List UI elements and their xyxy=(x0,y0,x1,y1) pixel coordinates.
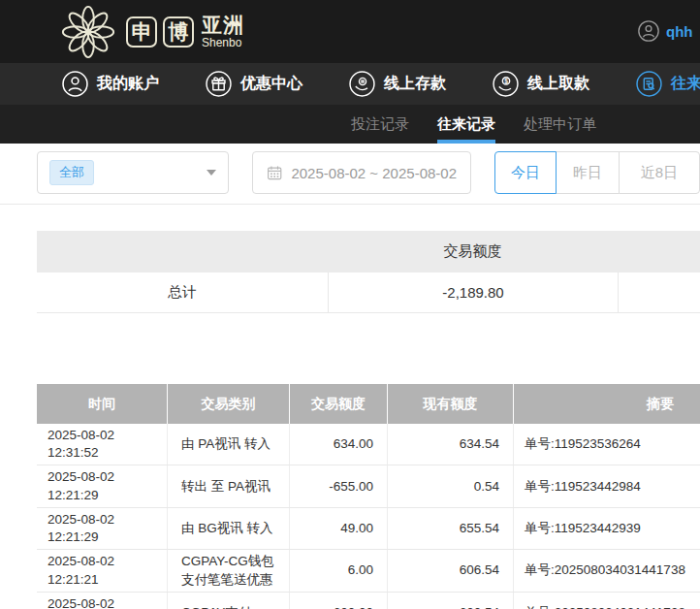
section-divider xyxy=(0,204,700,205)
summary-header-empty2 xyxy=(618,231,700,272)
cell-amount: 634.00 xyxy=(290,424,388,465)
cell-type: CGPAY-CG钱包支付笔笔送优惠 xyxy=(168,550,290,591)
cell-type: 由 PA视讯 转入 xyxy=(168,424,290,465)
cell-amount: -655.00 xyxy=(290,465,388,506)
col-header-amount: 交易额度 xyxy=(290,384,388,424)
deposit-icon xyxy=(349,71,375,97)
logo-char-bo: 博 xyxy=(163,16,194,48)
table-row: 2025-08-02 12:31:52由 PA视讯 转入634.00634.54… xyxy=(37,424,700,465)
table-header-row: 时间 交易类别 交易额度 现有额度 摘要 xyxy=(37,384,700,424)
cell-balance: 600.54 xyxy=(388,593,514,609)
cell-time: 2025-08-02 12:31:52 xyxy=(37,424,168,465)
logo-subtitle: Shenbo xyxy=(202,37,244,48)
type-select[interactable]: 全部 xyxy=(37,151,229,194)
nav-item-transactions[interactable]: 往来记录 xyxy=(636,71,700,97)
cell-note: 单号:119523536264 xyxy=(514,424,700,465)
cell-note: 单号:119523442984 xyxy=(514,465,700,506)
cell-balance: 634.54 xyxy=(388,424,514,465)
top-bar: 申 博 亚洲 Shenbo qhh xyxy=(0,0,700,63)
nav-item-my-account[interactable]: 我的账户 xyxy=(62,71,159,97)
summary-total-empty xyxy=(618,272,700,312)
table-row: 2025-08-02 12:21:21CGPAY支付600.00600.54单号… xyxy=(37,593,700,609)
summary-header-amount: 交易额度 xyxy=(328,231,618,272)
summary-header-row: 交易额度 xyxy=(37,231,700,272)
col-header-balance: 现有额度 xyxy=(388,384,514,424)
chevron-down-icon xyxy=(207,170,216,176)
col-header-time: 时间 xyxy=(37,384,168,424)
cell-amount: 6.00 xyxy=(290,550,388,591)
username-text[interactable]: qhh xyxy=(666,23,693,40)
nav-item-promotions[interactable]: 优惠中心 xyxy=(206,71,302,97)
summary-total-label: 总计 xyxy=(37,272,328,312)
type-selected-tag[interactable]: 全部 xyxy=(49,160,94,185)
cell-note: 单号:202508034031441738 xyxy=(514,550,700,591)
withdraw-icon: $ xyxy=(493,71,519,97)
col-header-note: 摘要 xyxy=(514,384,700,424)
calendar-icon xyxy=(267,164,282,181)
today-button[interactable]: 今日 xyxy=(494,151,557,194)
date-range-input[interactable]: 2025-08-02 ~ 2025-08-02 xyxy=(252,151,471,194)
user-icon xyxy=(62,71,88,97)
summary-total-row: 总计 -2,189.80 xyxy=(37,272,700,313)
tab-betting-records[interactable]: 投注记录 xyxy=(351,105,409,144)
summary-table: 交易额度 总计 -2,189.80 xyxy=(37,231,700,313)
summary-header-empty xyxy=(37,231,328,272)
nav-item-deposit[interactable]: 线上存款 xyxy=(349,71,446,97)
summary-total-value: -2,189.80 xyxy=(328,272,618,312)
cell-balance: 606.54 xyxy=(388,550,514,591)
user-account[interactable]: qhh xyxy=(638,20,693,42)
cell-note: 单号:119523442939 xyxy=(514,508,700,549)
tab-transaction-records[interactable]: 往来记录 xyxy=(437,105,495,144)
tab-pending-orders[interactable]: 处理中订单 xyxy=(524,105,596,144)
transactions-body: 2025-08-02 12:31:52由 PA视讯 转入634.00634.54… xyxy=(37,424,700,609)
cell-time: 2025-08-02 12:21:21 xyxy=(37,550,168,591)
nav-item-withdraw[interactable]: $ 线上取款 xyxy=(493,71,589,97)
cell-time: 2025-08-02 12:21:29 xyxy=(37,508,168,549)
cell-time: 2025-08-02 12:21:21 xyxy=(37,593,168,609)
flower-logo-icon xyxy=(56,3,120,61)
cell-amount: 600.00 xyxy=(290,593,388,609)
table-row: 2025-08-02 12:21:29转出 至 PA视讯-655.000.54单… xyxy=(37,465,700,507)
cell-type: 转出 至 PA视讯 xyxy=(168,465,290,506)
logo-char-shen: 申 xyxy=(126,16,157,48)
records-icon xyxy=(636,71,662,97)
cell-time: 2025-08-02 12:21:29 xyxy=(37,465,168,506)
logo-region-text: 亚洲 xyxy=(202,15,244,35)
filter-bar: 全部 2025-08-02 ~ 2025-08-02 今日 昨日 近8日 xyxy=(37,151,700,194)
date-range-value: 2025-08-02 ~ 2025-08-02 xyxy=(291,165,457,181)
svg-text:$: $ xyxy=(504,78,508,85)
cell-balance: 655.54 xyxy=(388,508,514,549)
table-row: 2025-08-02 12:21:29由 BG视讯 转入49.00655.54单… xyxy=(37,508,700,550)
table-row: 2025-08-02 12:21:21CGPAY-CG钱包支付笔笔送优惠6.00… xyxy=(37,550,700,592)
cell-type: 由 BG视讯 转入 xyxy=(168,508,290,549)
cell-note: 单号:202508034031441738 xyxy=(514,593,700,609)
cell-type: CGPAY支付 xyxy=(168,593,290,609)
cell-amount: 49.00 xyxy=(290,508,388,549)
sub-nav: 投注记录 往来记录 处理中订单 xyxy=(0,105,700,144)
quick-date-buttons: 今日 昨日 近8日 xyxy=(494,151,700,194)
gift-icon xyxy=(206,71,232,97)
user-avatar-icon xyxy=(638,20,659,42)
col-header-type: 交易类别 xyxy=(168,384,290,424)
brand-logo[interactable]: 申 博 亚洲 Shenbo xyxy=(56,3,244,61)
last8days-button[interactable]: 近8日 xyxy=(619,151,700,194)
yesterday-button[interactable]: 昨日 xyxy=(556,151,620,194)
cell-balance: 0.54 xyxy=(388,465,514,506)
main-nav: 我的账户 优惠中心 线上存款 xyxy=(0,63,700,105)
transactions-table: 时间 交易类别 交易额度 现有额度 摘要 2025-08-02 12:31:52… xyxy=(37,384,700,609)
